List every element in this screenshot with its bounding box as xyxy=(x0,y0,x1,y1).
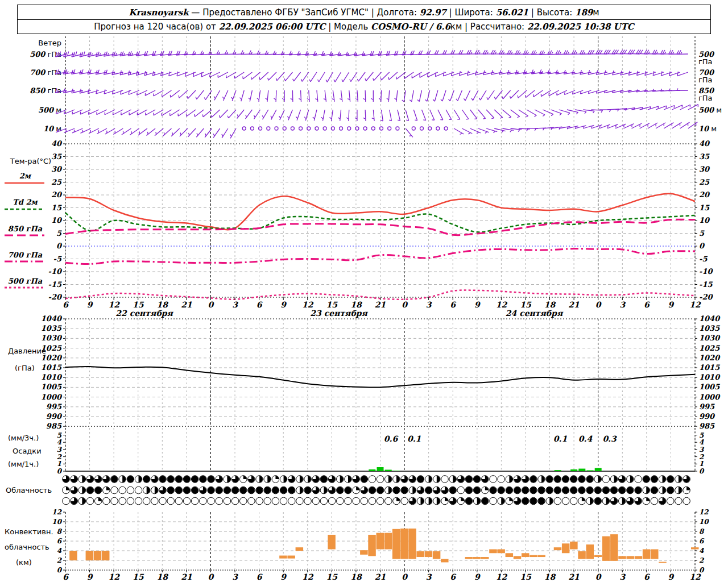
svg-text:1040: 1040 xyxy=(41,314,63,323)
svg-text:0: 0 xyxy=(699,467,705,475)
precip-bar xyxy=(555,470,561,471)
precip-bar xyxy=(393,471,400,471)
svg-text:0.6: 0.6 xyxy=(384,434,399,443)
cloud-symbol xyxy=(320,487,328,494)
cloud-symbol xyxy=(594,487,602,494)
wind-barb xyxy=(448,90,454,101)
cloud-symbol xyxy=(369,497,376,505)
wind-barb xyxy=(346,110,349,121)
cloud-symbol xyxy=(377,487,384,494)
precip-bar xyxy=(369,469,375,471)
cloud-symbol xyxy=(554,487,561,494)
cloud-symbol xyxy=(538,497,545,505)
svg-text:-20: -20 xyxy=(699,293,713,301)
cloud-symbol xyxy=(296,487,304,494)
svg-text:21: 21 xyxy=(181,572,192,581)
cloud-symbol xyxy=(239,497,247,505)
svg-text:1005: 1005 xyxy=(41,383,62,391)
svg-text:1015: 1015 xyxy=(41,363,62,372)
wind-barb xyxy=(321,110,325,121)
cloud-symbol xyxy=(111,497,118,505)
cloud-symbol xyxy=(667,476,674,483)
precip-bar xyxy=(570,469,577,471)
cloud-symbol xyxy=(457,487,465,494)
wind-barb xyxy=(410,90,413,102)
svg-text:8: 8 xyxy=(699,527,705,535)
cloud-symbol xyxy=(651,476,658,483)
svg-text:10: 10 xyxy=(52,518,62,526)
cloud-symbol xyxy=(570,487,577,494)
svg-text:3: 3 xyxy=(426,300,432,309)
svg-text:0: 0 xyxy=(57,467,63,475)
wind-barb xyxy=(220,110,228,118)
svg-text:6: 6 xyxy=(63,572,69,581)
svg-text:9: 9 xyxy=(87,572,93,581)
conv-cloud-panel: 1212101088664422006912151821036912151821… xyxy=(52,508,709,581)
cloud-symbol xyxy=(618,476,626,483)
cloud-symbol xyxy=(328,497,336,505)
wind-barb xyxy=(380,72,389,80)
wind-barb xyxy=(425,90,430,101)
cloud-symbol xyxy=(546,476,553,483)
cloud-symbol xyxy=(570,497,577,505)
wind-barb xyxy=(340,90,342,102)
cloud-symbol xyxy=(530,487,537,494)
wind-barb xyxy=(97,110,107,115)
cloud-symbol xyxy=(345,487,352,494)
wind-barb xyxy=(187,90,196,99)
cloud-symbol xyxy=(498,476,505,483)
wind-barb xyxy=(268,72,276,80)
cloud-symbol xyxy=(433,497,441,505)
cloud-symbol xyxy=(369,487,376,494)
wind-barb xyxy=(464,90,470,101)
wind-barb xyxy=(656,123,665,128)
conv-cloud-bar xyxy=(489,549,497,553)
conv-cloud-bar xyxy=(562,543,570,553)
cloud-symbol xyxy=(320,497,328,505)
wind-barb xyxy=(441,90,446,101)
cloud-symbol xyxy=(578,497,586,505)
cloud-symbol xyxy=(594,476,602,483)
wind-barb xyxy=(363,110,366,121)
cloud-symbol xyxy=(361,476,368,483)
cloud-symbol xyxy=(401,497,408,505)
cloud-symbol xyxy=(78,476,86,483)
wind-barb xyxy=(259,72,268,80)
svg-text:0: 0 xyxy=(595,572,602,581)
wind-barb xyxy=(454,110,460,119)
cloud-symbol xyxy=(345,497,352,505)
conv-cloud-bar xyxy=(570,542,578,550)
cloud-symbol xyxy=(304,487,312,494)
cloud-symbol xyxy=(433,487,441,494)
conv-cloud-bar xyxy=(522,553,530,557)
cloud-symbol xyxy=(103,476,110,483)
wind-barb xyxy=(688,122,698,128)
conv-cloud-bar xyxy=(392,529,400,559)
cloud-symbol xyxy=(393,497,400,505)
cloud-symbol xyxy=(417,476,424,483)
cloud-symbol xyxy=(361,497,368,505)
wind-barb xyxy=(307,90,309,102)
cloud-symbol xyxy=(200,497,207,505)
cloud-symbol xyxy=(135,476,142,483)
conv-cloud-bar xyxy=(473,557,481,559)
cloud-symbol xyxy=(562,487,569,494)
svg-text:985: 985 xyxy=(699,422,715,430)
wind-barb xyxy=(342,72,349,82)
cloud-symbol xyxy=(643,476,650,483)
svg-text:0: 0 xyxy=(56,242,63,250)
svg-text:8: 8 xyxy=(57,527,63,535)
conv-cloud-bar xyxy=(537,555,545,557)
svg-text:21: 21 xyxy=(568,300,580,309)
cloud-symbol xyxy=(385,497,392,505)
wind-barb xyxy=(163,128,172,136)
cloud-symbol xyxy=(675,487,682,494)
cloud-symbol xyxy=(449,487,457,494)
svg-text:1000: 1000 xyxy=(41,393,63,401)
svg-text:1025: 1025 xyxy=(41,344,62,352)
svg-text:20: 20 xyxy=(699,190,710,199)
cloud-symbol xyxy=(127,487,134,494)
svg-text:-15: -15 xyxy=(699,280,713,289)
cloud-symbol xyxy=(312,487,320,494)
cloud-symbol xyxy=(135,497,142,505)
